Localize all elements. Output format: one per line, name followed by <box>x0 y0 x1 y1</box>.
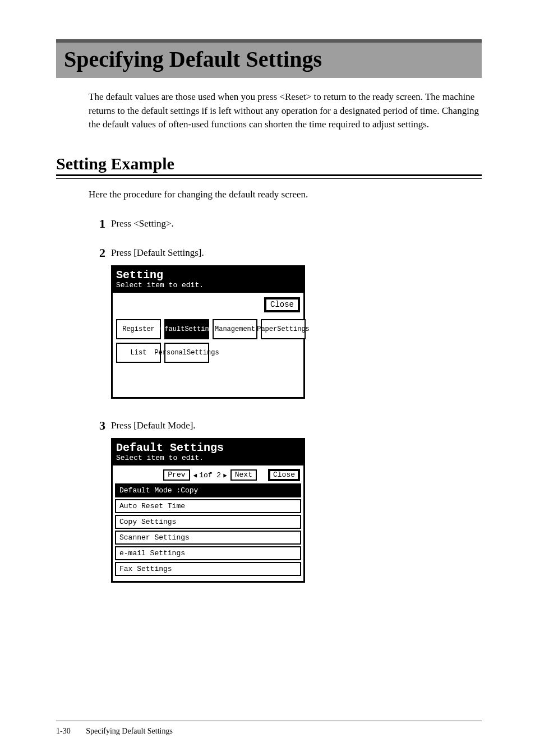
list-item-scanner-settings[interactable]: Scanner Settings <box>115 531 301 545</box>
paper-settings-button[interactable]: Paper Settings <box>261 319 306 339</box>
section-heading-rule <box>56 174 482 179</box>
page-footer: 1-30 Specifying Default Settings <box>56 727 173 736</box>
running-title: Specifying Default Settings <box>86 727 173 735</box>
step-1: 1 Press <Setting>. <box>89 217 482 231</box>
step-text: Press [Default Mode]. <box>111 420 305 431</box>
triangle-right-icon: ▶ <box>223 472 227 479</box>
footer-rule <box>56 721 482 721</box>
page-title-banner: Specifying Default Settings <box>56 39 482 78</box>
page-title: Specifying Default Settings <box>56 43 482 78</box>
screenshot-title: Setting <box>116 269 300 282</box>
prev-label: Prev <box>168 471 185 479</box>
next-label: Next <box>235 471 252 479</box>
step-text: Press [Default Settings]. <box>111 247 305 259</box>
step-2: 2 Press [Default Settings]. Setting Sele… <box>89 246 482 403</box>
next-button[interactable]: Next <box>230 469 257 481</box>
close-button[interactable]: Close <box>268 469 300 481</box>
step-3: 3 Press [Default Mode]. Default Settings… <box>89 419 482 587</box>
close-button[interactable]: Close <box>264 297 300 312</box>
triangle-left-icon: ◀ <box>193 472 197 479</box>
list-item-copy-settings[interactable]: Copy Settings <box>115 515 301 529</box>
list-item-default-mode[interactable]: Default Mode :Copy <box>115 483 301 497</box>
screenshot-default-settings-list: Default Settings Select item to edit. Pr… <box>111 438 305 583</box>
label-line1: Personal <box>154 349 187 357</box>
register-button[interactable]: Register <box>116 319 161 339</box>
list-item-auto-reset-time[interactable]: Auto Reset Time <box>115 499 301 513</box>
step-number: 3 <box>89 419 105 432</box>
page-indicator-group: ◀ 1of 2 ▶ <box>193 471 227 480</box>
management-button[interactable]: Management <box>213 319 257 339</box>
screenshot-subtitle: Select item to edit. <box>116 454 300 463</box>
step-text: Press <Setting>. <box>111 217 174 229</box>
label-line1: Paper <box>257 326 277 333</box>
screenshot-titlebar: Setting Select item to edit. <box>113 267 303 293</box>
section-heading: Setting Example <box>56 154 482 173</box>
page-number: 1-30 <box>56 727 71 735</box>
prev-button[interactable]: Prev <box>163 469 190 481</box>
section-lead: Here the procedure for changing the defa… <box>89 189 482 200</box>
screenshot-title: Default Settings <box>116 441 300 454</box>
page-indicator: 1of 2 <box>199 471 221 480</box>
screenshot-titlebar: Default Settings Select item to edit. <box>113 440 303 465</box>
screenshot-setting-menu: Setting Select item to edit. Close Regis… <box>111 265 305 399</box>
step-number: 2 <box>89 246 105 260</box>
label-line2: Settings <box>277 326 310 333</box>
default-settings-button[interactable]: Default Settings <box>164 319 209 339</box>
screenshot-subtitle: Select item to edit. <box>116 282 300 290</box>
intro-paragraph: The default values are those used when y… <box>89 90 482 132</box>
label-line2: Settings <box>187 349 219 357</box>
list-item-email-settings[interactable]: e-mail Settings <box>115 546 301 560</box>
step-number: 1 <box>89 217 105 231</box>
personal-settings-button[interactable]: Personal Settings <box>164 343 209 363</box>
label-line1: Default <box>156 326 185 333</box>
list-item-fax-settings[interactable]: Fax Settings <box>115 562 301 576</box>
